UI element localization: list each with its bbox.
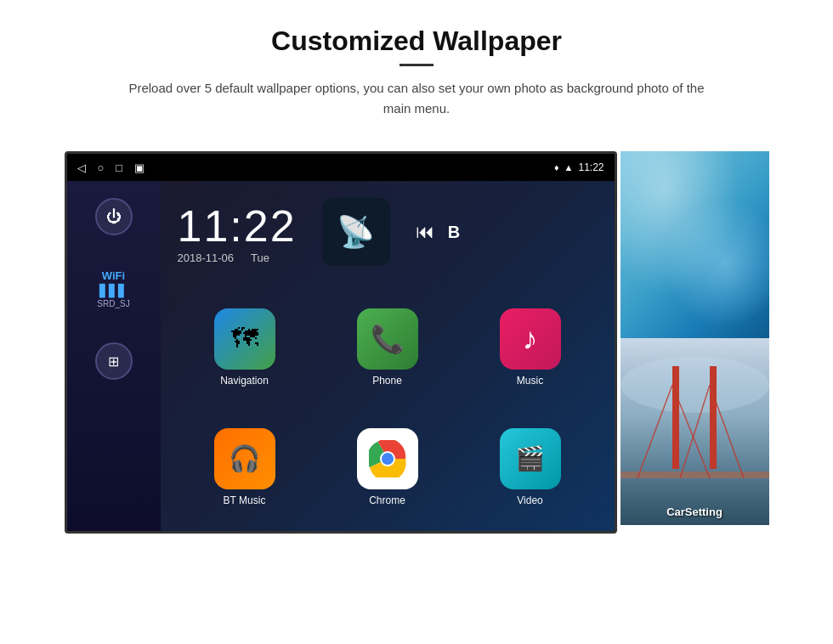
wallpaper-thumb-bridge[interactable]: CarSetting (620, 338, 769, 525)
music-label: Music (517, 375, 543, 387)
music-note-icon: ♪ (523, 321, 538, 357)
svg-line-6 (680, 385, 710, 478)
day-value: Tue (251, 251, 269, 264)
app-item-btmusic[interactable]: 🎧 BT Music (178, 411, 312, 523)
date-display: 2018-11-06 Tue (178, 251, 297, 264)
home-icon[interactable]: ○ (98, 161, 105, 174)
radio-icon-box[interactable]: 📡 (322, 198, 390, 266)
phone-label: Phone (372, 375, 402, 387)
svg-line-4 (638, 385, 672, 478)
page-wrapper: Customized Wallpaper Preload over 5 defa… (0, 0, 833, 644)
chrome-logo-svg (369, 440, 406, 477)
btmusic-label: BT Music (224, 494, 266, 506)
phone-icon: 📞 (357, 308, 418, 370)
svg-line-5 (672, 385, 710, 478)
back-icon[interactable]: ◁ (77, 161, 86, 174)
svg-point-3 (382, 453, 394, 465)
app-item-phone[interactable]: 📞 Phone (320, 291, 455, 403)
recents-icon[interactable]: □ (116, 161, 122, 174)
power-icon: ⏻ (106, 208, 122, 226)
video-label: Video (517, 494, 542, 506)
date-value: 2018-11-06 (178, 251, 235, 264)
media-label: B (448, 223, 460, 242)
music-icon: ♪ (500, 308, 561, 370)
navigation-label: Navigation (220, 375, 269, 387)
media-controls: ⏮ B (416, 221, 460, 243)
status-time: 11:22 (578, 161, 604, 173)
status-bar-left: ◁ ○ □ ▣ (77, 161, 145, 174)
wallpaper-thumbnails: CarSetting (620, 151, 769, 525)
app-item-music[interactable]: ♪ Music (463, 291, 598, 403)
grid-icon: ⊞ (108, 353, 119, 370)
wifi-bars-icon: ▋▋▋ (97, 284, 129, 297)
chrome-icon (357, 428, 418, 489)
location-icon: ♦ (554, 162, 559, 172)
wifi-info: WiFi ▋▋▋ SRD_SJ (97, 269, 129, 308)
chrome-label: Chrome (369, 494, 405, 506)
android-screen: ◁ ○ □ ▣ ♦ ▲ 11:22 ⏻ (65, 151, 617, 534)
title-divider (400, 64, 434, 66)
ice-texture (620, 151, 769, 338)
btmusic-icon: 🎧 (214, 428, 275, 489)
center-content: 11:22 2018-11-06 Tue 📡 ⏮ (161, 181, 615, 531)
screenshot-icon[interactable]: ▣ (134, 161, 144, 174)
navigation-icon: 🗺 (214, 308, 275, 370)
screen-content: ⏻ WiFi ▋▋▋ SRD_SJ ⊞ (67, 181, 615, 531)
prev-track-icon[interactable]: ⏮ (416, 221, 434, 243)
wifi-ssid: SRD_SJ (97, 299, 129, 308)
video-icon: 🎬 (500, 428, 561, 489)
wifi-signal-icon: ▲ (564, 162, 574, 172)
app-item-navigation[interactable]: 🗺 Navigation (178, 291, 312, 403)
carsetting-label: CarSetting (620, 506, 769, 518)
device-area: ◁ ○ □ ▣ ♦ ▲ 11:22 ⏻ (65, 151, 769, 534)
status-bar-right: ♦ ▲ 11:22 (554, 161, 604, 173)
app-grid: 🗺 Navigation 📞 Phone (161, 283, 615, 531)
page-subtitle: Preload over 5 default wallpaper options… (119, 78, 714, 119)
bridge-cables-svg (620, 385, 769, 478)
left-sidebar: ⏻ WiFi ▋▋▋ SRD_SJ ⊞ (67, 181, 161, 531)
power-button[interactable]: ⏻ (95, 198, 133, 235)
status-bar: ◁ ○ □ ▣ ♦ ▲ 11:22 (67, 154, 615, 181)
wallpaper-thumb-ice[interactable] (620, 151, 769, 338)
clock-display: 11:22 (178, 201, 297, 251)
svg-line-7 (710, 385, 744, 478)
title-section: Customized Wallpaper Preload over 5 defa… (119, 25, 714, 119)
video-clap-icon: 🎬 (515, 444, 545, 472)
app-item-chrome[interactable]: Chrome (320, 411, 455, 523)
wifi-label: WiFi (97, 269, 129, 282)
page-title: Customized Wallpaper (119, 25, 714, 57)
bridge-texture (620, 338, 769, 525)
apps-grid-button[interactable]: ⊞ (95, 342, 133, 380)
time-display: 11:22 2018-11-06 Tue (178, 201, 297, 264)
radio-icon: 📡 (337, 214, 375, 250)
bluetooth-icon: 🎧 (229, 443, 260, 473)
time-area: 11:22 2018-11-06 Tue 📡 ⏮ (161, 181, 615, 283)
app-item-video[interactable]: 🎬 Video (463, 411, 598, 523)
